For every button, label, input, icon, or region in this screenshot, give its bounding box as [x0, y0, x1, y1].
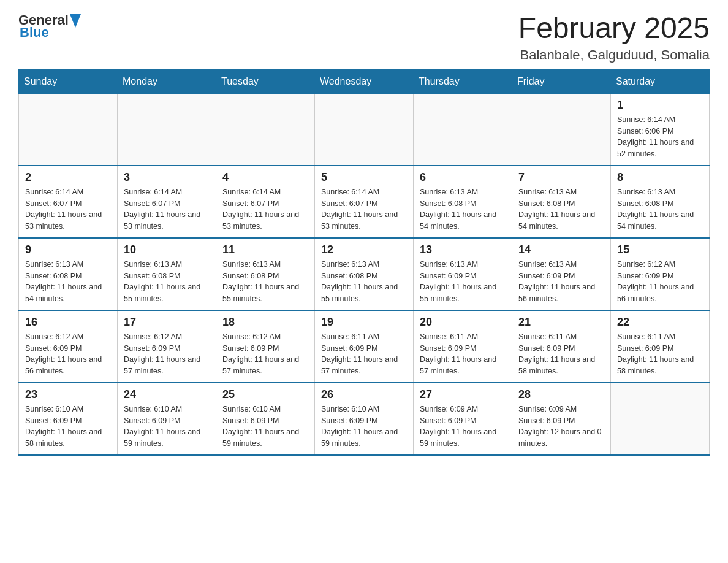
day-info: Sunrise: 6:10 AMSunset: 6:09 PMDaylight:…: [321, 404, 407, 450]
day-number: 25: [222, 388, 308, 401]
day-cell: [414, 93, 512, 166]
day-cell: [512, 93, 611, 166]
day-info: Sunrise: 6:14 AMSunset: 6:07 PMDaylight:…: [222, 186, 308, 232]
day-number: 27: [420, 388, 506, 401]
day-cell: 17Sunrise: 6:12 AMSunset: 6:09 PMDayligh…: [118, 310, 216, 383]
day-number: 5: [321, 171, 407, 184]
day-number: 26: [321, 388, 407, 401]
day-cell: [611, 383, 710, 455]
day-info: Sunrise: 6:12 AMSunset: 6:09 PMDaylight:…: [617, 259, 703, 305]
day-cell: 7Sunrise: 6:13 AMSunset: 6:08 PMDaylight…: [512, 166, 611, 238]
day-info: Sunrise: 6:14 AMSunset: 6:07 PMDaylight:…: [321, 186, 407, 232]
day-cell: 14Sunrise: 6:13 AMSunset: 6:09 PMDayligh…: [512, 238, 611, 310]
day-info: Sunrise: 6:11 AMSunset: 6:09 PMDaylight:…: [518, 331, 604, 377]
day-number: 4: [222, 171, 308, 184]
day-number: 24: [124, 388, 210, 401]
day-info: Sunrise: 6:13 AMSunset: 6:08 PMDaylight:…: [617, 186, 703, 232]
day-cell: 28Sunrise: 6:09 AMSunset: 6:09 PMDayligh…: [512, 383, 611, 455]
location-title: Balanbale, Galguduud, Somalia: [518, 47, 710, 63]
day-cell: [19, 93, 118, 166]
day-number: 1: [617, 99, 703, 112]
day-info: Sunrise: 6:12 AMSunset: 6:09 PMDaylight:…: [25, 331, 111, 377]
day-cell: 2Sunrise: 6:14 AMSunset: 6:07 PMDaylight…: [19, 166, 118, 238]
day-info: Sunrise: 6:09 AMSunset: 6:09 PMDaylight:…: [420, 404, 506, 450]
day-number: 11: [222, 243, 308, 256]
svg-marker-0: [70, 14, 81, 28]
day-cell: 18Sunrise: 6:12 AMSunset: 6:09 PMDayligh…: [216, 310, 315, 383]
column-header-tuesday: Tuesday: [216, 69, 315, 93]
week-row-4: 16Sunrise: 6:12 AMSunset: 6:09 PMDayligh…: [19, 310, 710, 383]
day-number: 3: [124, 171, 210, 184]
logo-text-blue: Blue: [20, 25, 49, 40]
week-row-3: 9Sunrise: 6:13 AMSunset: 6:08 PMDaylight…: [19, 238, 710, 310]
day-info: Sunrise: 6:14 AMSunset: 6:06 PMDaylight:…: [617, 114, 703, 160]
day-info: Sunrise: 6:11 AMSunset: 6:09 PMDaylight:…: [420, 331, 506, 377]
day-info: Sunrise: 6:11 AMSunset: 6:09 PMDaylight:…: [321, 331, 407, 377]
day-cell: 20Sunrise: 6:11 AMSunset: 6:09 PMDayligh…: [414, 310, 512, 383]
day-number: 17: [124, 316, 210, 329]
month-title: February 2025: [518, 12, 710, 45]
logo: General Blue: [18, 12, 81, 40]
day-info: Sunrise: 6:13 AMSunset: 6:08 PMDaylight:…: [420, 186, 506, 232]
day-cell: [216, 93, 315, 166]
day-info: Sunrise: 6:14 AMSunset: 6:07 PMDaylight:…: [25, 186, 111, 232]
day-number: 16: [25, 316, 111, 329]
day-info: Sunrise: 6:13 AMSunset: 6:08 PMDaylight:…: [124, 259, 210, 305]
page-header: General Blue February 2025 Balanbale, Ga…: [18, 12, 710, 63]
day-info: Sunrise: 6:13 AMSunset: 6:08 PMDaylight:…: [25, 259, 111, 305]
day-number: 8: [617, 171, 703, 184]
calendar-header-row: SundayMondayTuesdayWednesdayThursdayFrid…: [19, 69, 710, 93]
day-cell: 19Sunrise: 6:11 AMSunset: 6:09 PMDayligh…: [315, 310, 414, 383]
day-cell: 27Sunrise: 6:09 AMSunset: 6:09 PMDayligh…: [414, 383, 512, 455]
calendar-table: SundayMondayTuesdayWednesdayThursdayFrid…: [18, 69, 710, 456]
day-number: 14: [518, 243, 604, 256]
day-cell: 22Sunrise: 6:11 AMSunset: 6:09 PMDayligh…: [611, 310, 710, 383]
day-number: 28: [518, 388, 604, 401]
day-number: 19: [321, 316, 407, 329]
day-number: 20: [420, 316, 506, 329]
day-cell: 11Sunrise: 6:13 AMSunset: 6:08 PMDayligh…: [216, 238, 315, 310]
day-cell: 15Sunrise: 6:12 AMSunset: 6:09 PMDayligh…: [611, 238, 710, 310]
day-cell: 9Sunrise: 6:13 AMSunset: 6:08 PMDaylight…: [19, 238, 118, 310]
day-number: 7: [518, 171, 604, 184]
day-cell: 10Sunrise: 6:13 AMSunset: 6:08 PMDayligh…: [118, 238, 216, 310]
day-number: 10: [124, 243, 210, 256]
day-info: Sunrise: 6:12 AMSunset: 6:09 PMDaylight:…: [124, 331, 210, 377]
column-header-saturday: Saturday: [611, 69, 710, 93]
day-number: 12: [321, 243, 407, 256]
day-info: Sunrise: 6:11 AMSunset: 6:09 PMDaylight:…: [617, 331, 703, 377]
day-info: Sunrise: 6:10 AMSunset: 6:09 PMDaylight:…: [222, 404, 308, 450]
day-info: Sunrise: 6:13 AMSunset: 6:09 PMDaylight:…: [518, 259, 604, 305]
day-cell: 23Sunrise: 6:10 AMSunset: 6:09 PMDayligh…: [19, 383, 118, 455]
day-info: Sunrise: 6:13 AMSunset: 6:08 PMDaylight:…: [518, 186, 604, 232]
column-header-sunday: Sunday: [19, 69, 118, 93]
day-number: 21: [518, 316, 604, 329]
day-info: Sunrise: 6:10 AMSunset: 6:09 PMDaylight:…: [124, 404, 210, 450]
day-info: Sunrise: 6:13 AMSunset: 6:09 PMDaylight:…: [420, 259, 506, 305]
day-number: 13: [420, 243, 506, 256]
title-area: February 2025 Balanbale, Galguduud, Soma…: [518, 12, 710, 63]
day-info: Sunrise: 6:09 AMSunset: 6:09 PMDaylight:…: [518, 404, 604, 450]
column-header-wednesday: Wednesday: [315, 69, 414, 93]
day-cell: 21Sunrise: 6:11 AMSunset: 6:09 PMDayligh…: [512, 310, 611, 383]
day-info: Sunrise: 6:13 AMSunset: 6:08 PMDaylight:…: [222, 259, 308, 305]
day-cell: 3Sunrise: 6:14 AMSunset: 6:07 PMDaylight…: [118, 166, 216, 238]
day-cell: 24Sunrise: 6:10 AMSunset: 6:09 PMDayligh…: [118, 383, 216, 455]
column-header-monday: Monday: [118, 69, 216, 93]
day-cell: 25Sunrise: 6:10 AMSunset: 6:09 PMDayligh…: [216, 383, 315, 455]
day-number: 23: [25, 388, 111, 401]
day-cell: 26Sunrise: 6:10 AMSunset: 6:09 PMDayligh…: [315, 383, 414, 455]
day-cell: 1Sunrise: 6:14 AMSunset: 6:06 PMDaylight…: [611, 93, 710, 166]
day-cell: 13Sunrise: 6:13 AMSunset: 6:09 PMDayligh…: [414, 238, 512, 310]
day-number: 22: [617, 316, 703, 329]
logo-arrow-icon: [70, 14, 81, 28]
column-header-friday: Friday: [512, 69, 611, 93]
day-cell: 5Sunrise: 6:14 AMSunset: 6:07 PMDaylight…: [315, 166, 414, 238]
day-info: Sunrise: 6:14 AMSunset: 6:07 PMDaylight:…: [124, 186, 210, 232]
day-cell: 4Sunrise: 6:14 AMSunset: 6:07 PMDaylight…: [216, 166, 315, 238]
day-cell: 16Sunrise: 6:12 AMSunset: 6:09 PMDayligh…: [19, 310, 118, 383]
day-cell: 8Sunrise: 6:13 AMSunset: 6:08 PMDaylight…: [611, 166, 710, 238]
day-number: 15: [617, 243, 703, 256]
day-cell: 12Sunrise: 6:13 AMSunset: 6:08 PMDayligh…: [315, 238, 414, 310]
day-number: 6: [420, 171, 506, 184]
